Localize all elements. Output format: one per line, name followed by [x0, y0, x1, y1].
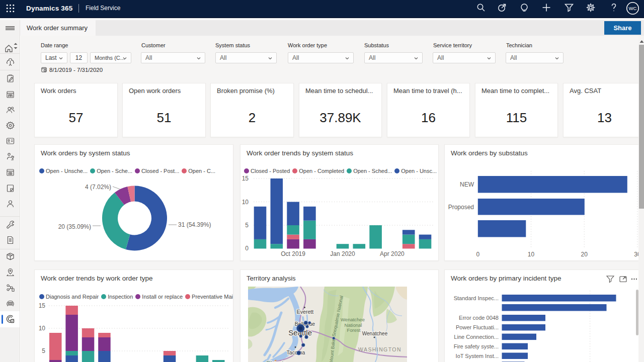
- svg-text:10: 10: [39, 325, 46, 332]
- svg-text:Tacoma: Tacoma: [287, 349, 305, 355]
- svg-text:4 (7.02%): 4 (7.02%): [85, 184, 111, 191]
- svg-text:WASHINGTON: WASHINGTON: [358, 346, 401, 352]
- svg-text:Apr 2020: Apr 2020: [380, 250, 405, 257]
- svg-text:5: 5: [42, 347, 45, 354]
- svg-text:Error code 0048: Error code 0048: [459, 315, 499, 321]
- svg-text:Proposed: Proposed: [448, 204, 474, 211]
- svg-text:10: 10: [242, 199, 249, 206]
- svg-text:31 (54.39%): 31 (54.39%): [178, 221, 211, 228]
- svg-text:Wenatchee: Wenatchee: [362, 331, 388, 336]
- svg-text:Olympia: Olympia: [266, 360, 287, 362]
- svg-text:Power Fluctuati...: Power Fluctuati...: [456, 324, 499, 330]
- svg-text:Oct 2019: Oct 2019: [281, 250, 305, 257]
- svg-text:20: 20: [581, 251, 588, 258]
- svg-text:20 (35.09%): 20 (35.09%): [58, 223, 91, 230]
- svg-text:WC: WC: [629, 6, 637, 11]
- svg-text:Line Connection...: Line Connection...: [454, 334, 499, 340]
- svg-text:IoT System Inst...: IoT System Inst...: [456, 353, 499, 359]
- svg-text:15: 15: [242, 175, 249, 182]
- svg-text:10: 10: [528, 251, 535, 258]
- svg-text:Wenatchee: Wenatchee: [341, 317, 365, 322]
- svg-text:Jan 2020: Jan 2020: [330, 250, 355, 257]
- svg-text:0: 0: [476, 251, 479, 258]
- svg-text:Fire safety syste...: Fire safety syste...: [454, 343, 499, 349]
- svg-text:15: 15: [39, 302, 46, 309]
- svg-text:Everett: Everett: [297, 309, 313, 315]
- svg-text:Forest: Forest: [347, 327, 361, 333]
- svg-text:NEW: NEW: [460, 181, 474, 188]
- svg-text:0: 0: [245, 245, 249, 252]
- svg-text:Standard Inspec...: Standard Inspec...: [454, 295, 499, 301]
- svg-text:National: National: [345, 322, 362, 328]
- svg-text:5: 5: [245, 222, 249, 229]
